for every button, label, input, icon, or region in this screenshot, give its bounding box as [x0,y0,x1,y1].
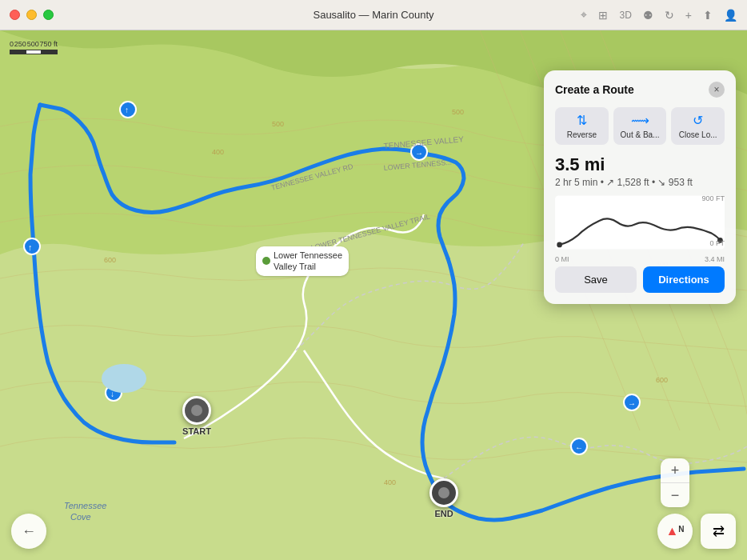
svg-text:400: 400 [384,478,396,486]
scale-numbers: 0 250 500 750 ft [10,40,58,48]
trail-label: Lower Tennessee Valley Trail [256,246,349,276]
svg-text:400: 400 [212,148,224,156]
back-button[interactable]: ← [11,514,46,549]
directions-button[interactable]: Directions [643,266,725,293]
stats-section: 3.5 mi 2 hr 5 min • ↗ 1,528 ft • ↘ 953 f… [555,154,725,188]
panel-title: Create a Route [555,83,634,96]
reverse-label: Reverse [567,130,597,139]
account-icon[interactable]: 👤 [724,9,737,22]
close-loop-label: Close Lo... [679,130,717,139]
elev-x-start: 0 MI [555,255,569,263]
start-circle [182,396,211,425]
map-container[interactable]: ↑ → ↑ ↓ → ← TENNESSEE VALLEY TENNESSEE V… [0,30,747,560]
svg-text:600: 600 [104,256,116,264]
north-label: N [678,525,684,534]
window-title: Sausalito — Marin County [313,9,433,21]
layers-icon[interactable]: ⊞ [598,9,608,22]
save-button[interactable]: Save [555,266,637,293]
elevation-chart: 900 FT 0 FT 0 MI 3.4 MI [555,194,725,258]
svg-text:←: ← [575,443,583,452]
scale-bar: 0 250 500 750 ft [10,40,58,54]
panel-header: Create a Route × [555,82,725,98]
svg-text:500: 500 [272,120,284,128]
reverse-button[interactable]: ⇅ Reverse [555,107,609,145]
svg-text:↑: ↑ [125,106,129,114]
action-buttons: Save Directions [555,266,725,293]
elev-min-label: 0 FT [685,239,725,247]
end-circle [429,478,458,507]
panel-close-button[interactable]: × [709,82,725,98]
minimize-window-button[interactable] [26,10,37,20]
refresh-icon[interactable]: ↻ [665,9,674,22]
elev-x-end: 3.4 MI [705,255,725,263]
close-loop-icon: ↺ [693,113,703,128]
zoom-north-controls: + − ▲ N [657,458,693,549]
start-marker: START [182,396,211,436]
zoom-out-button[interactable]: − [661,483,689,507]
end-label: END [434,509,453,518]
elevation-y-labels: 900 FT 0 FT [685,194,725,247]
share-icon[interactable]: ⬆ [703,9,713,22]
svg-point-29 [557,242,562,248]
north-button[interactable]: ▲ N [657,514,693,549]
svg-text:↑: ↑ [28,242,33,252]
panel-action-buttons: ⇅ Reverse ⟿ Out & Ba... ↺ Close Lo... [555,107,725,145]
svg-text:600: 600 [656,376,668,384]
reverse-icon: ⇅ [577,113,587,128]
out-back-icon: ⟿ [631,113,649,128]
stats-distance: 3.5 mi [555,154,725,175]
maximize-window-button[interactable] [43,10,54,20]
route-panel: Create a Route × ⇅ Reverse ⟿ Out & Ba...… [544,70,736,304]
zoom-controls: + − [661,458,689,507]
window-controls[interactable] [10,10,54,20]
elevation-x-labels: 0 MI 3.4 MI [555,255,725,263]
stats-detail: 2 hr 5 min • ↗ 1,528 ft • ↘ 953 ft [555,177,725,188]
persons-icon[interactable]: ⚉ [643,9,653,22]
svg-text:→: → [628,399,636,408]
trail-dot [262,257,270,265]
close-loop-button[interactable]: ↺ Close Lo... [671,107,725,145]
north-arrow: ▲ [665,524,678,538]
out-back-label: Out & Ba... [621,130,660,139]
svg-text:→: → [415,149,423,158]
close-window-button[interactable] [10,10,20,20]
start-label: START [182,426,211,436]
3d-label[interactable]: 3D [619,10,631,21]
scale-line [10,50,58,54]
bottom-left-controls: ← [11,514,46,549]
location-icon[interactable]: ⌖ [581,8,587,22]
svg-text:Cove: Cove [70,512,91,522]
titlebar-right-icons: ⌖ ⊞ 3D ⚉ ↻ + ⬆ 👤 [581,8,737,22]
svg-point-17 [102,364,146,393]
trail-label-text: Lower Tennessee Valley Trail [274,250,342,273]
out-back-button[interactable]: ⟿ Out & Ba... [613,107,667,145]
elev-max-label: 900 FT [685,194,725,202]
bottom-right-controls: ⇄ [701,514,736,549]
add-icon[interactable]: + [685,9,692,22]
zoom-in-button[interactable]: + [661,458,689,482]
route-filter-button[interactable]: ⇄ [701,514,736,549]
end-marker: END [429,478,458,518]
titlebar: ⌖ ⊞ 3D ⚉ ↻ + ⬆ 👤 Sausalito — Marin Count… [0,0,747,30]
svg-text:Tennessee: Tennessee [64,501,106,510]
svg-text:500: 500 [452,108,464,116]
